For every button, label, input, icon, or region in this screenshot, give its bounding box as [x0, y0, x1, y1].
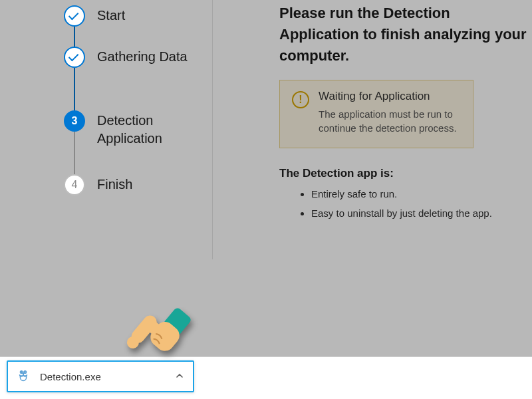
main-content: Please run the Detection Application to …: [213, 0, 532, 399]
wizard-steps-list: Start Gathering Data 3 Detection Applica…: [0, 5, 212, 201]
step-connector: [74, 27, 75, 47]
list-item: Entirely safe to run.: [311, 187, 532, 202]
step-marker-active: 3: [64, 110, 85, 132]
wizard-step-gathering-data: Gathering Data: [64, 47, 212, 110]
step-marker-done: [64, 5, 85, 27]
detection-app-info-heading: The Detection app is:: [279, 167, 532, 180]
step-marker-future: 4: [64, 174, 85, 196]
step-connector: [74, 68, 75, 110]
warning-icon: !: [292, 91, 309, 108]
alert-title: Waiting for Application: [319, 90, 461, 103]
check-icon: [68, 51, 79, 62]
detection-app-info-list: Entirely safe to run. Easy to uninstall …: [279, 187, 532, 221]
wizard-step-detection-application: 3 Detection Application: [64, 110, 212, 174]
step-label: Detection Application: [85, 110, 198, 148]
step-connector: [74, 132, 75, 174]
pointer-hand-illustration: [123, 298, 196, 374]
instruction-heading: Please run the Detection Application to …: [279, 0, 532, 66]
wizard-step-finish: 4 Finish: [64, 174, 212, 201]
list-item: Easy to uninstall by just deleting the a…: [311, 206, 532, 221]
step-label: Finish: [85, 174, 132, 194]
wizard-steps-sidebar: Start Gathering Data 3 Detection Applica…: [0, 0, 213, 259]
alert-body: The application must be run to continue …: [319, 107, 461, 136]
wizard-step-start: Start: [64, 5, 212, 47]
check-icon: [68, 10, 79, 21]
step-label: Gathering Data: [85, 47, 188, 66]
step-marker-done: [64, 47, 85, 68]
step-label: Start: [85, 5, 125, 25]
file-icon: [16, 369, 31, 384]
waiting-alert: ! Waiting for Application The applicatio…: [279, 80, 473, 149]
page-root: Start Gathering Data 3 Detection Applica…: [0, 0, 532, 399]
alert-text: Waiting for Application The application …: [319, 90, 461, 136]
